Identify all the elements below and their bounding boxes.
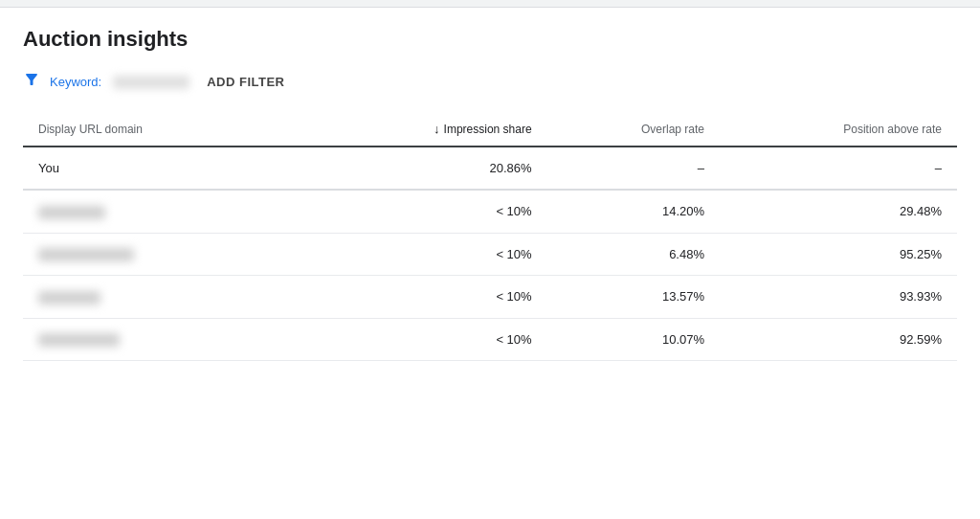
cell-domain: You bbox=[23, 147, 310, 190]
filter-icon bbox=[23, 71, 40, 93]
cell-position-above-rate: 92.59% bbox=[720, 318, 957, 361]
cell-impression-share: < 10% bbox=[310, 233, 547, 276]
sort-arrow-icon: ↓ bbox=[434, 122, 440, 136]
table-header-row: Display URL domain ↓Impression share Ove… bbox=[23, 112, 957, 147]
add-filter-button[interactable]: ADD FILTER bbox=[207, 75, 284, 89]
cell-domain bbox=[23, 233, 310, 276]
cell-overlap-rate: 13.57% bbox=[547, 276, 720, 319]
cell-impression-share: < 10% bbox=[310, 318, 547, 361]
cell-overlap-rate: 6.48% bbox=[547, 233, 720, 276]
filter-bar: Keyword: ADD FILTER bbox=[23, 71, 957, 93]
auction-insights-table: Display URL domain ↓Impression share Ove… bbox=[23, 112, 957, 361]
cell-position-above-rate: 93.93% bbox=[720, 276, 957, 319]
cell-domain bbox=[23, 318, 310, 361]
table-row: You20.86%–– bbox=[23, 147, 957, 190]
table-row: < 10%10.07%92.59% bbox=[23, 318, 957, 361]
table-row: < 10%6.48%95.25% bbox=[23, 233, 957, 276]
cell-overlap-rate: 14.20% bbox=[547, 190, 720, 233]
col-header-impression-share[interactable]: ↓Impression share bbox=[310, 112, 547, 147]
cell-position-above-rate: 29.48% bbox=[720, 190, 957, 233]
table-row: < 10%13.57%93.93% bbox=[23, 276, 957, 319]
cell-domain bbox=[23, 276, 310, 319]
col-header-position-above-rate: Position above rate bbox=[720, 112, 957, 147]
col-header-domain: Display URL domain bbox=[23, 112, 310, 147]
table-row: < 10%14.20%29.48% bbox=[23, 190, 957, 233]
cell-overlap-rate: 10.07% bbox=[547, 318, 720, 361]
cell-position-above-rate: – bbox=[720, 147, 957, 190]
cell-impression-share: 20.86% bbox=[310, 147, 547, 190]
cell-position-above-rate: 95.25% bbox=[720, 233, 957, 276]
cell-domain bbox=[23, 190, 310, 233]
cell-impression-share: < 10% bbox=[310, 190, 547, 233]
page-title: Auction insights bbox=[23, 27, 957, 52]
cell-overlap-rate: – bbox=[547, 147, 720, 190]
filter-label: Keyword: bbox=[50, 75, 101, 89]
filter-value-blurred bbox=[113, 76, 189, 89]
cell-impression-share: < 10% bbox=[310, 276, 547, 319]
col-header-overlap-rate: Overlap rate bbox=[547, 112, 720, 147]
